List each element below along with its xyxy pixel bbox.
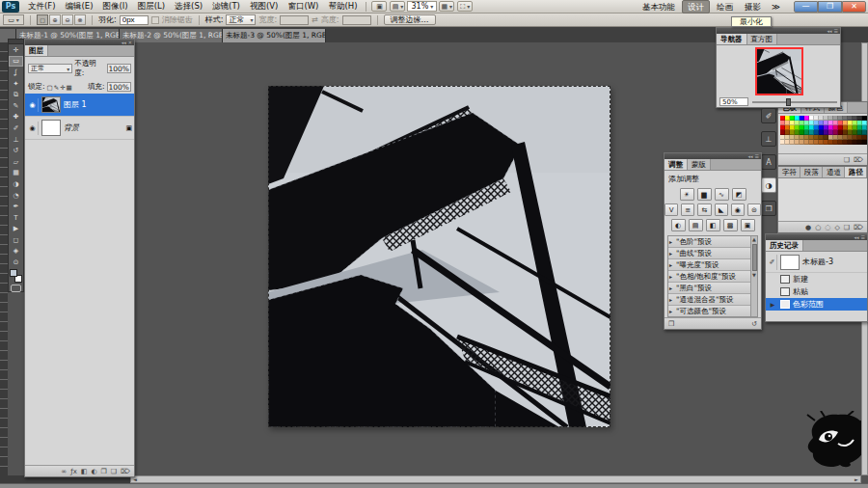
new-path-icon[interactable]: ❏: [844, 223, 850, 232]
tab-字符[interactable]: 字符: [778, 167, 800, 177]
brightness-contrast-adjustment-icon[interactable]: ☀: [680, 188, 694, 201]
preset-"黑白"预设[interactable]: "黑白"预设: [668, 283, 757, 294]
foreground-background-swatches[interactable]: [9, 269, 23, 283]
menu-滤镜(T)[interactable]: 滤镜(T): [207, 0, 245, 13]
scroll-down-icon[interactable]: ▼: [751, 272, 757, 279]
brush-tool[interactable]: ✐: [9, 122, 23, 134]
preset-"曝光度"预设[interactable]: "曝光度"预设: [668, 259, 757, 271]
delete-path-icon[interactable]: ⌦: [854, 223, 863, 232]
selection-to-path-icon[interactable]: ◇: [834, 223, 839, 232]
shape-tool[interactable]: ◻: [9, 234, 23, 246]
quick-selection-tool[interactable]: ✦: [9, 78, 23, 90]
preset-"色阶"预设[interactable]: "色阶"预设: [668, 236, 757, 248]
presets-scrollbar[interactable]: ▲ ▼: [750, 236, 757, 316]
snapshot-name[interactable]: 未标题-3: [802, 257, 833, 267]
color-balance-adjustment-icon[interactable]: ⇆: [697, 203, 711, 216]
current-tool-icon[interactable]: ▭▾: [3, 14, 24, 25]
lasso-tool[interactable]: ʆ: [9, 67, 23, 78]
pen-tool[interactable]: ✒: [9, 201, 23, 212]
navigator-zoom-slider[interactable]: [752, 101, 837, 103]
add-selection-icon[interactable]: ⊕: [49, 14, 61, 25]
gradient-map-adjustment-icon[interactable]: ▩: [723, 219, 738, 231]
tab-history[interactable]: 历史记录: [766, 240, 803, 251]
adjustment-layer-icon[interactable]: ◐: [91, 467, 96, 476]
document-tab-2[interactable]: 未标题-2 @ 50%(图层 1, RGB/8*)✕: [120, 29, 223, 42]
visibility-eye-icon[interactable]: ◉: [27, 98, 39, 112]
path-selection-tool[interactable]: ▶: [9, 224, 23, 235]
invert-adjustment-icon[interactable]: ◐: [671, 219, 686, 231]
layer-row-layer1[interactable]: ◉ 图层 1: [25, 94, 134, 117]
menu-文件(F)[interactable]: 文件(F): [23, 0, 61, 13]
history-state-粘贴[interactable]: 粘贴: [766, 285, 867, 298]
document-tab-3[interactable]: 未标题-3 @ 50%(图层 1, RGB/8*)✕: [223, 29, 326, 42]
channel-mixer-adjustment-icon[interactable]: ⊜: [747, 203, 761, 216]
view-extras-icon[interactable]: ▤▾: [390, 1, 405, 12]
menu-编辑(E)[interactable]: 编辑(E): [61, 0, 98, 13]
type-tool[interactable]: T: [9, 212, 23, 224]
menu-图像(I)[interactable]: 图像(I): [98, 0, 133, 13]
restore-button[interactable]: ❐: [818, 1, 842, 13]
expanded-view-icon[interactable]: ❒: [668, 319, 674, 329]
layer-row-background[interactable]: ◉ 背景 ▣: [25, 117, 134, 140]
vibrance-adjustment-icon[interactable]: V: [665, 203, 678, 216]
black-white-adjustment-icon[interactable]: ◣: [715, 203, 728, 216]
layer-name[interactable]: 背景: [64, 122, 79, 133]
new-group-icon[interactable]: ❐: [101, 467, 107, 476]
blend-mode-select[interactable]: 正常▾: [28, 64, 72, 73]
eyedropper-tool[interactable]: ✎: [9, 100, 23, 112]
threshold-adjustment-icon[interactable]: ◧: [706, 219, 720, 231]
photo-filter-adjustment-icon[interactable]: ◉: [731, 203, 745, 216]
workspace-摄影[interactable]: 摄影: [740, 1, 766, 13]
dodge-tool[interactable]: ◔: [9, 190, 23, 202]
layer-thumbnail[interactable]: [41, 96, 61, 113]
scroll-thumb[interactable]: [752, 244, 757, 271]
fill-path-icon[interactable]: ●: [805, 223, 811, 232]
lock-buttons[interactable]: ▢✎✛▦: [47, 83, 73, 92]
clone-stamp-tool[interactable]: ⊥: [9, 134, 23, 146]
fill-value[interactable]: 100%: [107, 82, 131, 92]
zoom-tool[interactable]: ⊙: [9, 257, 23, 268]
workspace-设计[interactable]: 设计: [682, 0, 710, 14]
stroke-path-icon[interactable]: ○: [815, 223, 821, 232]
delete-layer-icon[interactable]: ⌦: [121, 467, 130, 476]
return-to-list-icon[interactable]: ↺: [751, 319, 757, 329]
foreground-color-swatch[interactable]: [10, 269, 17, 277]
workspace-基本功能[interactable]: 基本功能: [637, 1, 680, 13]
tab-段落[interactable]: 段落: [800, 167, 823, 177]
quick-mask-button[interactable]: [11, 285, 21, 292]
preset-"曲线"预设[interactable]: "曲线"预设: [668, 248, 757, 259]
blur-tool[interactable]: ◑: [9, 178, 23, 190]
hue-saturation-adjustment-icon[interactable]: ≡: [681, 203, 694, 216]
antialias-checkbox[interactable]: [151, 16, 159, 24]
rotate-view-tool[interactable]: ◈: [9, 246, 23, 258]
rectangular-marquee-tool[interactable]: ▭: [9, 56, 23, 68]
new-selection-icon[interactable]: ▢: [37, 14, 48, 25]
opacity-value[interactable]: 100%: [107, 64, 131, 73]
path-to-selection-icon[interactable]: ◌: [825, 223, 830, 232]
document-canvas[interactable]: [268, 86, 610, 427]
curves-adjustment-icon[interactable]: ∿: [715, 188, 729, 201]
link-layers-icon[interactable]: ∞: [61, 467, 67, 476]
brush-presets-icon[interactable]: ✐: [761, 108, 776, 123]
horizontal-scrollbar[interactable]: ◄ ►: [130, 475, 861, 483]
levels-adjustment-icon[interactable]: ▆: [697, 188, 712, 201]
history-snapshot-row[interactable]: ✐ 未标题-3: [766, 252, 867, 273]
navigator-zoom-field[interactable]: 50%: [719, 97, 748, 106]
new-swatch-icon[interactable]: ❏: [844, 155, 850, 165]
app-logo[interactable]: Ps: [2, 1, 19, 13]
posterize-adjustment-icon[interactable]: ▤: [689, 219, 703, 231]
delete-swatch-icon[interactable]: ⌦: [854, 155, 863, 165]
gradient-tool[interactable]: ▦: [9, 168, 23, 179]
preset-"可选颜色"预设[interactable]: "可选颜色"预设: [668, 306, 757, 317]
tab-直方图[interactable]: 直方图: [747, 34, 778, 44]
style-select[interactable]: 正常▾: [226, 14, 256, 25]
move-tool[interactable]: ✛: [9, 44, 23, 56]
selective-color-adjustment-icon[interactable]: ▣: [741, 219, 755, 231]
history-pointer-icon[interactable]: ▶: [768, 301, 777, 308]
info-panel-icon[interactable]: ❒: [761, 201, 776, 216]
history-state-色彩范围[interactable]: ▶色彩范围: [766, 298, 867, 311]
menu-图层(L)[interactable]: 图层(L): [133, 0, 170, 13]
eraser-tool[interactable]: ▱: [9, 156, 23, 168]
crop-tool[interactable]: ⧉: [9, 89, 23, 100]
healing-brush-tool[interactable]: ✚: [9, 112, 23, 123]
